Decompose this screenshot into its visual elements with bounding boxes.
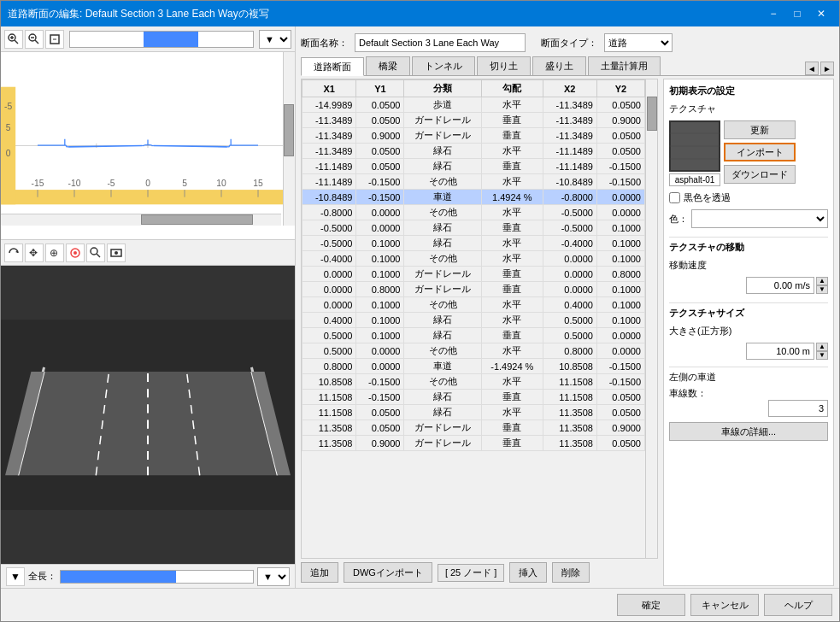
cross-section-table: X1 Y1 分類 勾配 X2 Y2 -14.99890.050 (302, 79, 645, 451)
update-button[interactable]: 更新 (724, 120, 796, 139)
table-row[interactable]: -11.34890.0500緑石水平-11.14890.0500 (303, 144, 645, 159)
table-cell: 水平 (482, 205, 543, 220)
help-button[interactable]: ヘルプ (764, 594, 832, 616)
table-row[interactable]: -0.50000.1000緑石水平-0.40000.1000 (303, 236, 645, 251)
type-select[interactable]: 道路 (604, 33, 673, 52)
tab-next-button[interactable]: ► (820, 62, 834, 75)
table-cell: 水平 (482, 297, 543, 313)
table-row[interactable]: -11.34890.9000ガードレール垂直-11.34890.0500 (303, 128, 645, 144)
tab-road[interactable]: 道路断面 (301, 57, 364, 76)
dwg-import-button[interactable]: DWGインポート (344, 562, 432, 583)
size-down-button[interactable]: ▼ (816, 351, 828, 360)
size-input[interactable] (746, 343, 814, 360)
table-row[interactable]: 11.35080.9000ガードレール垂直11.35080.0500 (303, 436, 645, 451)
table-row[interactable]: 0.00000.1000その他水平0.40000.1000 (303, 297, 645, 313)
left-bottom-btn[interactable]: ▼ (6, 567, 25, 586)
lane-count-row: 車線数： (669, 387, 828, 400)
lane-detail-button[interactable]: 車線の詳細... (669, 422, 828, 441)
table-row[interactable]: 10.8508-0.1500その他水平11.1508-0.1500 (303, 374, 645, 390)
table-row[interactable]: 11.15080.0500緑石水平11.35080.0500 (303, 405, 645, 420)
danmen-input[interactable] (355, 33, 526, 52)
table-row[interactable]: 0.80000.0000車道-1.4924 %10.8508-0.1500 (303, 359, 645, 374)
table-cell: 0.0500 (356, 144, 404, 159)
table-cell: 緑石 (404, 220, 482, 236)
table-row[interactable]: -14.99890.0500歩道水平-11.34890.0500 (303, 97, 645, 113)
color-select[interactable] (691, 209, 828, 228)
zoom-fit-button[interactable] (45, 30, 64, 49)
data-table[interactable]: X1 Y1 分類 勾配 X2 Y2 -14.99890.050 (302, 79, 645, 558)
add-button[interactable]: 追加 (301, 562, 338, 583)
speed-up-button[interactable]: ▲ (816, 277, 828, 285)
table-cell: 0.0500 (596, 128, 644, 144)
delete-button[interactable]: 削除 (552, 562, 590, 583)
close-button[interactable]: ✕ (810, 5, 832, 22)
title-bar: 道路断面の編集: Default Section 3 Lane Each Way… (1, 1, 839, 26)
download-button[interactable]: ダウンロード (724, 165, 796, 184)
import-button[interactable]: インポート (724, 143, 796, 161)
table-row[interactable]: -11.34890.0500ガードレール垂直-11.34890.9000 (303, 113, 645, 128)
col-slope: 勾配 (482, 80, 543, 97)
tab-bridge[interactable]: 橋梁 (366, 56, 410, 75)
table-cell: ガードレール (404, 128, 482, 144)
table-row[interactable]: 0.00000.8000ガードレール垂直0.00000.1000 (303, 282, 645, 297)
table-cell: 0.5000 (543, 328, 596, 343)
pan-button[interactable]: ✥ (25, 244, 44, 262)
scrollbar-thumb[interactable] (647, 97, 657, 131)
table-row[interactable]: 11.35080.0500ガードレール垂直11.35080.9000 (303, 420, 645, 436)
table-row[interactable]: 0.50000.1000緑石垂直0.50000.0000 (303, 328, 645, 343)
lane-section: 左側の車道 車線数： 車線の詳細... (669, 367, 828, 441)
table-cell: 0.0500 (356, 159, 404, 174)
reset-view-button[interactable] (66, 244, 85, 262)
tab-cut[interactable]: 切り土 (477, 56, 531, 75)
table-cell: -14.9989 (303, 97, 356, 113)
size-up-button[interactable]: ▲ (816, 343, 828, 351)
table-cell: 0.1000 (356, 328, 404, 343)
table-row[interactable]: -10.8489-0.1500車道1.4924 %-0.80000.0000 (303, 190, 645, 205)
insert-button[interactable]: 挿入 (509, 562, 547, 583)
black-transparent-checkbox[interactable] (669, 192, 680, 203)
svg-text:-5: -5 (107, 179, 115, 188)
bottom-zoom-select[interactable]: ▼ (257, 567, 290, 586)
zoom-out-button[interactable] (25, 30, 44, 49)
table-row[interactable]: -0.40000.1000その他水平0.00000.1000 (303, 251, 645, 267)
table-row[interactable]: -0.80000.0000その他水平-0.50000.0000 (303, 205, 645, 220)
rotate-button[interactable] (4, 244, 23, 262)
table-and-settings: X1 Y1 分類 勾配 X2 Y2 -14.99890.050 (301, 79, 834, 586)
table-row[interactable]: -11.14890.0500緑石垂直-11.1489-0.1500 (303, 159, 645, 174)
table-row[interactable]: -11.1489-0.1500その他水平-10.8489-0.1500 (303, 174, 645, 190)
maximize-button[interactable]: □ (786, 5, 808, 22)
lane-count-input-row (669, 400, 828, 417)
search-view-button[interactable] (86, 244, 105, 262)
table-row[interactable]: 0.40000.1000緑石水平0.50000.1000 (303, 313, 645, 328)
move-button[interactable]: ⊕ (45, 244, 64, 262)
minimize-button[interactable]: − (762, 5, 784, 22)
col-y2: Y2 (596, 80, 644, 97)
table-row[interactable]: 11.1508-0.1500緑石垂直11.15080.0500 (303, 390, 645, 405)
tab-tunnel[interactable]: トンネル (412, 56, 475, 75)
table-cell: 緑石 (404, 405, 482, 420)
zoom-select[interactable]: ▼ (259, 30, 291, 49)
capture-button[interactable] (107, 244, 126, 262)
table-cell: 歩道 (404, 97, 482, 113)
table-cell: -10.8489 (543, 174, 596, 190)
cancel-button[interactable]: キャンセル (690, 594, 759, 616)
table-cell: -11.3489 (543, 97, 596, 113)
table-cell: 水平 (482, 405, 543, 420)
table-row[interactable]: 0.50000.0000その他水平0.80000.0000 (303, 343, 645, 359)
table-scrollbar[interactable] (645, 79, 657, 558)
tab-prev-button[interactable]: ◄ (805, 62, 819, 75)
tab-fill[interactable]: 盛り土 (532, 56, 586, 75)
table-cell: ガードレール (404, 282, 482, 297)
table-row[interactable]: 0.00000.1000ガードレール垂直0.00000.8000 (303, 267, 645, 282)
speed-down-button[interactable]: ▼ (816, 285, 828, 294)
table-row[interactable]: -0.50000.0000緑石垂直-0.50000.1000 (303, 220, 645, 236)
lane-count-input[interactable] (768, 400, 828, 417)
table-cell: 11.1508 (303, 405, 356, 420)
tab-earth[interactable]: 土量計算用 (588, 56, 661, 75)
size-spinners: ▲ ▼ (816, 343, 828, 360)
speed-input[interactable] (746, 277, 814, 294)
center-panel: 断面名称： 断面タイプ： 道路 道路断面 橋梁 トンネル 切り土 盛り土 土量計… (296, 26, 839, 588)
ok-button[interactable]: 確定 (617, 594, 685, 616)
2d-view: -15 -10 -5 0 5 10 15 0 5 -5 (1, 52, 295, 240)
zoom-in-button[interactable] (4, 30, 23, 49)
